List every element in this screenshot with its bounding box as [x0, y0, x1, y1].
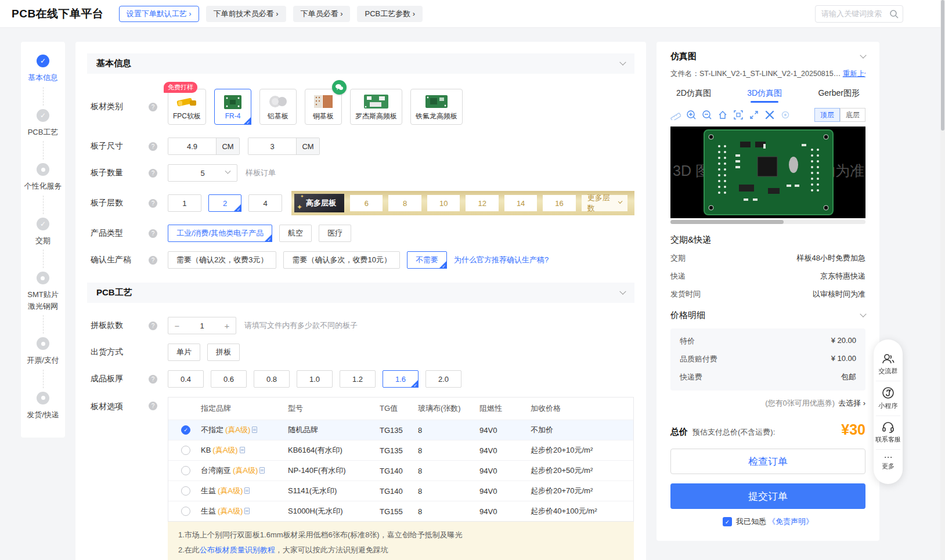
sidebar-step-smt[interactable]: SMT贴片激光钢网: [27, 272, 58, 312]
nav-orderer-guide-button[interactable]: 下单员必看 ›: [293, 6, 351, 22]
help-icon[interactable]: ?: [149, 142, 157, 151]
table-row[interactable]: 生益(真A级) S1000H(无水印) TG155 8 94V0 起步价40+1…: [168, 501, 633, 521]
help-icon[interactable]: ?: [149, 321, 157, 330]
radio-icon[interactable]: [181, 466, 190, 475]
search-icon[interactable]: [889, 9, 899, 19]
product-type-industrial[interactable]: 工业/消费/其他类电子产品: [168, 225, 272, 242]
submit-order-button[interactable]: 提交订单: [670, 483, 865, 509]
thickness-0.4[interactable]: 0.4: [168, 370, 204, 388]
layers-option-12[interactable]: 12: [466, 195, 498, 211]
zoom-out-icon[interactable]: [702, 110, 712, 120]
stepper-minus-button[interactable]: −: [168, 321, 186, 331]
help-icon[interactable]: ?: [149, 229, 157, 238]
ship-panel-option[interactable]: 拼板: [207, 344, 240, 361]
chevron-down-icon[interactable]: [860, 310, 866, 317]
board-qty-select[interactable]: 5: [168, 164, 237, 182]
material-option-fpc[interactable]: 免费打样 FPC软板: [168, 89, 206, 125]
sidebar-step-invoice-pay[interactable]: 开票/支付: [27, 337, 59, 366]
board-height-input[interactable]: [248, 138, 296, 154]
locate-icon[interactable]: [780, 110, 791, 120]
section-header-pcb-process[interactable]: PCB工艺: [87, 283, 634, 303]
thickness-0.6[interactable]: 0.6: [211, 370, 247, 388]
board-width-input[interactable]: [168, 138, 216, 154]
tab-3d-preview[interactable]: 3D仿真图: [747, 88, 782, 103]
ruler-icon[interactable]: [670, 110, 681, 120]
fullscreen-icon[interactable]: [749, 110, 759, 120]
sidebar-step-delivery[interactable]: ✓ 交期: [35, 218, 51, 247]
help-icon[interactable]: ?: [149, 103, 157, 111]
material-option-teflon[interactable]: 铁氟龙高频板: [410, 89, 463, 125]
material-option-rogers[interactable]: 罗杰斯高频板: [350, 89, 402, 125]
help-icon[interactable]: ?: [149, 256, 157, 265]
section-header-basic-info[interactable]: 基本信息: [87, 53, 634, 74]
pcb-3d-render[interactable]: 3D 图 物为准: [670, 127, 865, 218]
layers-option-4[interactable]: 4: [248, 194, 282, 212]
home-icon[interactable]: [717, 110, 728, 120]
community-group-button[interactable]: 交流群: [876, 348, 900, 381]
radio-icon[interactable]: [181, 486, 190, 496]
reupload-link[interactable]: 重新上传文件: [843, 70, 865, 78]
contact-support-button[interactable]: 联系客服: [876, 416, 900, 449]
horizontal-scrollbar[interactable]: [670, 220, 865, 224]
choose-coupon-link[interactable]: 去选择 ›: [838, 398, 865, 409]
radio-selected-icon[interactable]: ✓: [181, 425, 190, 435]
check-order-button[interactable]: 检查订单: [670, 449, 865, 474]
material-option-aluminum[interactable]: 铝基板: [259, 89, 297, 125]
material-option-copper[interactable]: 铜基板: [305, 89, 342, 125]
nav-pcb-params-button[interactable]: PCB工艺参数 ›: [357, 6, 423, 22]
quality-tutorial-link[interactable]: 公布板材质量识别教程: [200, 545, 275, 554]
layers-option-6[interactable]: 6: [350, 195, 383, 211]
mini-program-button[interactable]: 小程序: [876, 381, 900, 416]
material-option-fr4[interactable]: FR-4: [214, 89, 251, 125]
product-type-aerospace[interactable]: 航空: [279, 225, 312, 242]
thickness-1.2[interactable]: 1.2: [340, 370, 376, 388]
chevron-down-icon[interactable]: [860, 52, 866, 58]
table-row[interactable]: 台湾南亚(真A级) NP-140F(有水印) TG140 8 94V0 起步价2…: [168, 460, 633, 480]
why-confirm-link[interactable]: 为什么官方推荐确认生产稿?: [454, 255, 549, 265]
tab-2d-preview[interactable]: 2D仿真图: [676, 88, 711, 103]
scrollbar-thumb[interactable]: [941, 0, 944, 131]
help-icon[interactable]: ?: [149, 199, 157, 208]
layers-option-2[interactable]: 2: [208, 194, 242, 212]
bottom-layer-button[interactable]: 底层: [840, 108, 865, 122]
disclaimer-link[interactable]: 《免责声明》: [768, 516, 813, 527]
table-row[interactable]: ✓ 不指定(真A级) 随机品牌 TG135 8 94V0 不加价: [168, 420, 633, 440]
layers-option-1[interactable]: 1: [168, 194, 201, 212]
more-layers-button[interactable]: 更多层数: [582, 195, 627, 211]
radio-icon[interactable]: [181, 446, 190, 455]
ship-single-option[interactable]: 单片: [168, 344, 200, 361]
chevron-down-icon[interactable]: [619, 288, 626, 294]
help-icon[interactable]: ?: [149, 375, 157, 384]
chevron-down-icon[interactable]: [619, 59, 626, 65]
thickness-0.8[interactable]: 0.8: [254, 370, 290, 388]
sidebar-step-shipping[interactable]: 发货/快递: [27, 392, 59, 421]
panel-count-value[interactable]: 1: [186, 321, 218, 330]
table-row[interactable]: 生益(真A级) S1141(无水印) TG140 8 94V0 起步价20+70…: [168, 480, 633, 501]
help-icon[interactable]: ?: [149, 169, 157, 178]
layers-option-8[interactable]: 8: [388, 195, 421, 211]
confirm-none-option[interactable]: 不需要: [407, 251, 447, 269]
tab-gerber[interactable]: Gerber图形: [818, 88, 860, 103]
scrollbar-thumb[interactable]: [670, 220, 784, 224]
nav-default-process-button[interactable]: 设置下单默认工艺 ›: [119, 6, 199, 22]
wechat-icon[interactable]: [332, 80, 347, 95]
vertical-scrollbar[interactable]: [940, 0, 945, 560]
fit-view-icon[interactable]: [733, 110, 744, 120]
thickness-2.0[interactable]: 2.0: [425, 370, 461, 388]
layers-option-16[interactable]: 16: [543, 195, 575, 211]
layers-option-14[interactable]: 14: [504, 195, 537, 211]
help-icon[interactable]: ?: [149, 402, 157, 410]
thickness-1.6[interactable]: 1.6: [383, 370, 419, 388]
confirm-twice-option[interactable]: 需要（确认2次，收费3元）: [168, 251, 276, 269]
product-type-medical[interactable]: 医疗: [319, 225, 351, 242]
radio-icon[interactable]: [181, 507, 190, 516]
nav-technician-guide-button[interactable]: 下单前技术员必看 ›: [206, 6, 286, 22]
thickness-1.0[interactable]: 1.0: [297, 370, 333, 388]
zoom-in-icon[interactable]: [686, 110, 697, 120]
confirm-multi-option[interactable]: 需要（确认多次，收费10元）: [283, 251, 399, 269]
table-row[interactable]: KB(真A级) KB6164(有水印) TG135 8 94V0 起步价20+1…: [168, 440, 633, 460]
top-layer-button[interactable]: 顶层: [814, 108, 840, 122]
sidebar-step-basic-info[interactable]: ✓ 基本信息: [28, 55, 58, 84]
layers-option-10[interactable]: 10: [427, 195, 460, 211]
sidebar-step-personalized[interactable]: 个性化服务: [24, 163, 62, 192]
